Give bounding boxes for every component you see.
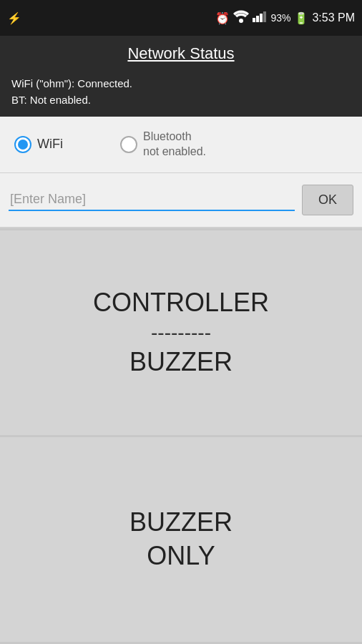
status-bar: ⚡ ⏰ 93% 🔋 3:53 PM <box>0 0 362 36</box>
battery-percent: 93% <box>270 12 290 24</box>
bluetooth-radio-option[interactable]: Bluetooth not enabled. <box>120 130 206 160</box>
input-section: OK <box>0 173 362 228</box>
svg-rect-1 <box>253 18 255 22</box>
name-input[interactable] <box>9 189 295 211</box>
buzzer-only-line2: ONLY <box>147 540 215 573</box>
battery-icon: 🔋 <box>294 11 308 25</box>
wifi-radio-inner <box>18 140 28 150</box>
bluetooth-radio-label: Bluetooth not enabled. <box>143 130 206 160</box>
wifi-radio-option[interactable]: WiFi <box>14 136 63 153</box>
controller-buzzer-separator: --------- <box>151 321 211 344</box>
buzzer-only-line1: BUZZER <box>129 506 233 540</box>
wifi-icon <box>233 10 249 26</box>
wifi-status: WiFi ("ohm"): Connected. <box>11 76 351 92</box>
time-display: 3:53 PM <box>312 11 355 24</box>
main-content: Network Status WiFi ("ohm"): Connected. … <box>0 36 362 644</box>
buzzer-only-button[interactable]: BUZZER ONLY <box>0 437 362 642</box>
svg-point-0 <box>239 19 243 23</box>
bt-status: BT: Not enabled. <box>11 92 351 109</box>
wifi-radio-label: WiFi <box>37 137 63 152</box>
controller-buzzer-line2: BUZZER <box>129 346 233 379</box>
status-bar-right: ⏰ 93% 🔋 3:53 PM <box>215 10 355 26</box>
network-info: WiFi ("ohm"): Connected. BT: Not enabled… <box>0 72 362 117</box>
controller-buzzer-line1: CONTROLLER <box>93 286 269 320</box>
wifi-radio-circle[interactable] <box>14 136 31 153</box>
alarm-icon: ⏰ <box>215 11 230 25</box>
bluetooth-line2: not enabled. <box>143 145 206 160</box>
bluetooth-radio-circle[interactable] <box>120 136 137 153</box>
title-bar: Network Status <box>0 36 362 72</box>
ok-button[interactable]: OK <box>302 185 353 215</box>
signal-icon <box>253 11 267 25</box>
usb-icon: ⚡ <box>7 11 21 25</box>
radio-section: WiFi Bluetooth not enabled. <box>0 117 362 173</box>
svg-rect-4 <box>263 11 266 22</box>
buttons-wrapper: CONTROLLER --------- BUZZER BUZZER ONLY <box>0 228 362 644</box>
svg-rect-3 <box>260 14 263 22</box>
controller-buzzer-button[interactable]: CONTROLLER --------- BUZZER <box>0 230 362 435</box>
page-title: Network Status <box>11 44 351 63</box>
bluetooth-line1: Bluetooth <box>143 130 206 145</box>
svg-rect-2 <box>256 16 259 22</box>
status-bar-left: ⚡ <box>7 11 21 25</box>
